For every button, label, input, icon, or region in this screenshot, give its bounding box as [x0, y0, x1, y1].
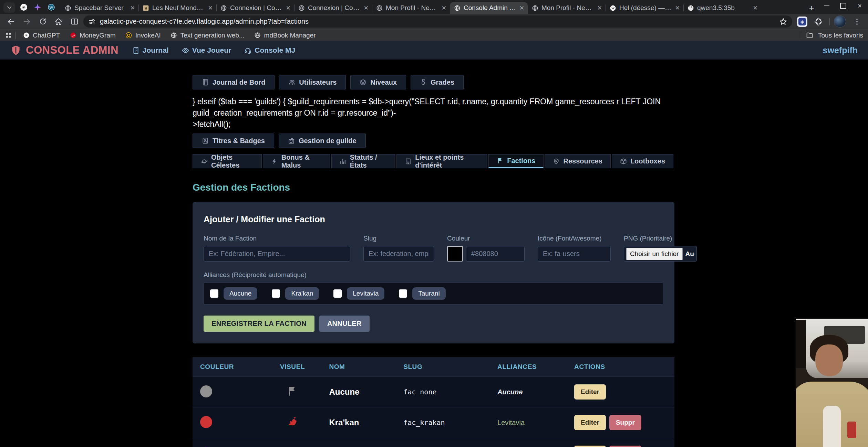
bookmark-item[interactable]: Text generation web... [167, 32, 248, 39]
new-tab-button[interactable]: + [805, 2, 818, 14]
table-header-row: COULEURVISUELNOMSLUGALLIANCESACTIONS [193, 357, 674, 377]
alliance-checkbox[interactable] [399, 289, 407, 298]
pinned-tab-sparkle[interactable] [33, 3, 42, 12]
alliance-chip-label[interactable]: Kra'kan [285, 287, 319, 300]
color-hex-input[interactable] [466, 246, 525, 262]
choose-file-button[interactable]: Choisir un fichier [626, 248, 683, 260]
save-faction-button[interactable]: ENREGISTRER LA FACTION [204, 316, 314, 332]
delete-button[interactable]: Suppr [609, 415, 641, 430]
bookmark-favicon: ✳ [23, 32, 30, 39]
url-text[interactable]: galactic-pve-conquest-c7fe.dev.flatlogic… [100, 18, 775, 25]
section-button-utilisateurs[interactable]: Utilisateurs [279, 75, 346, 89]
tab-close-icon[interactable]: ✕ [442, 4, 446, 12]
section-button-journal-de-bord[interactable]: Journal de Bord [193, 75, 275, 89]
bookmark-item[interactable]: MoneyGram [66, 32, 119, 39]
address-bar[interactable]: galactic-pve-conquest-c7fe.dev.flatlogic… [83, 15, 792, 28]
table-cell: fac_none [396, 377, 490, 407]
bookmark-item[interactable]: mdBook Manager [251, 32, 319, 39]
browser-tab[interactable]: Mon Profil - Nexus✕ [372, 2, 450, 14]
section-button-gestion-de-guilde[interactable]: Gestion de guilde [279, 134, 366, 148]
tab-close-icon[interactable]: ✕ [675, 4, 680, 12]
browser-tab[interactable]: Connexion | Corvara✕ [216, 2, 294, 14]
tab-close-icon[interactable]: ✕ [753, 4, 758, 12]
tab-close-icon[interactable]: ✕ [130, 4, 135, 12]
pinned-tab-wordpress[interactable]: W [47, 3, 56, 12]
admin-nav-console-mj[interactable]: Console MJ [244, 46, 295, 54]
browser-tab[interactable]: Spacebar Server✕ [61, 2, 138, 14]
subtab-lieux-et-points-d-int-r-t[interactable]: Lieux et points d'intérêt [396, 154, 487, 168]
alliance-checkbox[interactable] [333, 289, 342, 298]
admin-nav-journal[interactable]: Journal [132, 46, 169, 54]
tab-title: Les Neuf Mondes de la Mythol... [152, 4, 205, 12]
pip-video-overlay[interactable] [796, 319, 868, 447]
all-favorites-label[interactable]: Tous les favoris [818, 32, 863, 39]
subtab-statuts-tats[interactable]: Statuts / États [331, 154, 396, 168]
back-icon [7, 18, 15, 26]
tab-close-icon[interactable]: ✕ [519, 4, 524, 12]
split-screen-button[interactable] [68, 15, 81, 29]
faction-slug: fac_none [403, 388, 436, 396]
book-icon [202, 79, 209, 86]
bookmark-item[interactable]: ✳ChatGPT [19, 32, 63, 39]
alliances-box: AucuneKra'kanLevitaviaTaurani [204, 283, 663, 305]
forward-button[interactable] [20, 15, 34, 29]
tab-search-button[interactable] [3, 2, 15, 13]
maximize-button[interactable] [835, 0, 851, 12]
subtab-bonus-malus[interactable]: Bonus & Malus [263, 154, 330, 168]
delete-button[interactable]: Suppr [609, 446, 641, 447]
table-cell [193, 377, 264, 407]
profile-avatar[interactable] [834, 15, 846, 28]
alliance-chip-label[interactable]: Taurani [412, 287, 445, 300]
cancel-button[interactable]: ANNULER [319, 316, 370, 332]
home-button[interactable] [52, 15, 65, 29]
png-file-input[interactable]: Choisir un fichier Aucu...hoisi [624, 246, 697, 262]
bookmark-items: ✳ChatGPTMoneyGramInvokeAIText generation… [19, 32, 319, 39]
tab-close-icon[interactable]: ✕ [597, 4, 602, 12]
browser-tab[interactable]: Mon Profil - Nexus✕ [528, 2, 606, 14]
browser-tab[interactable]: WHel (déesse) — Wikipédia✕ [606, 2, 683, 14]
tab-close-icon[interactable]: ✕ [364, 4, 369, 12]
admin-nav-vue-joueur[interactable]: Vue Joueur [182, 46, 231, 54]
pinned-tab-chatgpt[interactable]: ✳ [19, 3, 28, 12]
section-button-titres-badges[interactable]: Titres & Badges [193, 134, 274, 148]
alliance-option: Kra'kan [272, 287, 319, 300]
back-button[interactable] [4, 15, 18, 29]
faction-name-input[interactable] [204, 246, 350, 262]
alliance-chip-label[interactable]: Aucune [224, 287, 257, 300]
faction-icon-input[interactable] [538, 246, 611, 262]
section-button-niveaux[interactable]: Niveaux [350, 75, 406, 89]
tab-close-icon[interactable]: ✕ [208, 4, 213, 12]
color-swatch-input[interactable] [447, 246, 463, 262]
alliance-checkbox[interactable] [210, 289, 218, 298]
extensions-puzzle-button[interactable] [812, 15, 825, 29]
bookmark-item[interactable]: InvokeAI [122, 32, 164, 39]
brand[interactable]: CONSOLE ADMIN [10, 44, 118, 56]
subtab-objets-c-lestes[interactable]: Objets Célestes [193, 154, 262, 168]
table-cell: Levitavia [490, 407, 567, 438]
subtab-ressources[interactable]: Ressources [545, 154, 610, 168]
browser-tab-active[interactable]: Console Admin - Nexus✕ [450, 2, 528, 14]
close-button[interactable]: ✕ [851, 0, 868, 12]
subtab-factions[interactable]: Factions [488, 154, 544, 168]
tab-close-icon[interactable]: ✕ [286, 4, 291, 12]
subtab-lootboxes[interactable]: Lootboxes [612, 154, 673, 168]
alliance-chip-label[interactable]: Levitavia [347, 287, 384, 300]
section-button-grades[interactable]: Grades [411, 75, 464, 89]
edit-button[interactable]: Editer [574, 384, 606, 400]
table-row: Kra'kanfac_krakanLevitaviaEditerSuppr [193, 407, 674, 438]
alliance-checkbox[interactable] [272, 289, 280, 298]
faction-slug-input[interactable] [363, 246, 434, 262]
wikipedia-favicon-icon: W [610, 5, 616, 11]
invokeai-favicon-icon [125, 32, 132, 39]
minimize-button[interactable] [818, 0, 835, 12]
browser-tab[interactable]: Les Neuf Mondes de la Mythol...✕ [138, 2, 216, 14]
reload-button[interactable] [36, 15, 50, 29]
extension-button[interactable]: ◈ [797, 17, 807, 27]
browser-menu-button[interactable] [850, 15, 864, 29]
browser-tab[interactable]: Connexion | Corvara✕ [294, 2, 372, 14]
all-favorites[interactable]: Tous les favoris [801, 32, 863, 39]
folder-icon [806, 32, 813, 39]
edit-button[interactable]: Editer [574, 446, 606, 447]
edit-button[interactable]: Editer [574, 415, 606, 430]
browser-tab[interactable]: qwen3.5:35b✕ [683, 2, 761, 14]
